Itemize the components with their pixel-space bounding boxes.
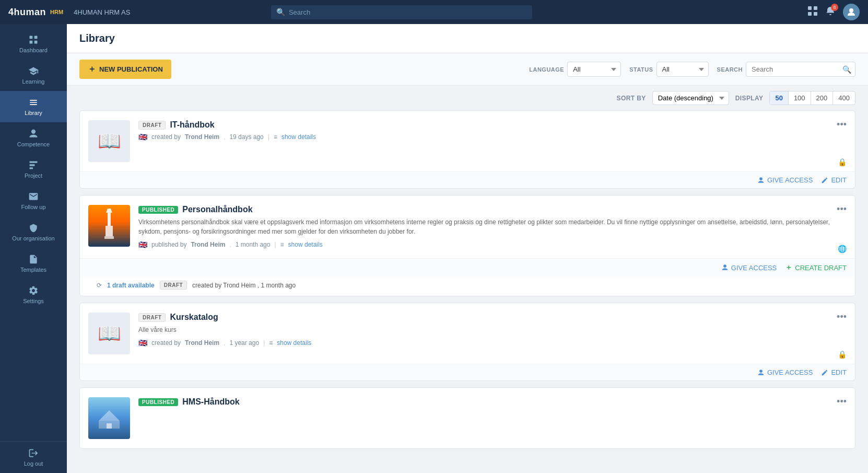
sidebar-item-templates-label: Templates xyxy=(20,267,46,273)
sidebar-item-library-label: Library xyxy=(25,110,42,116)
sort-label: SORT BY xyxy=(617,95,646,102)
display-option-100[interactable]: 100 xyxy=(789,91,811,105)
display-option-400[interactable]: 400 xyxy=(833,91,855,105)
pub-card-main: 📖 DRAFT Kurskatalog Alle våre kurs 🇬🇧 cr… xyxy=(80,303,855,364)
sidebar-item-learning-label: Learning xyxy=(22,78,45,85)
sidebar-item-learning[interactable]: Learning xyxy=(0,60,67,91)
page-title: Library xyxy=(79,32,115,44)
hms-svg xyxy=(96,405,122,431)
new-publication-button[interactable]: ＋ NEW PUBLICATION xyxy=(79,60,171,79)
more-options-icon[interactable]: ••• xyxy=(837,312,847,322)
sort-select-wrap: Date (descending) Date (ascending) Title… xyxy=(652,91,729,105)
main-content: Library ＋ NEW PUBLICATION LANGUAGE All N… xyxy=(67,24,868,473)
pub-title: Kurskatalog xyxy=(170,313,218,322)
show-details-link[interactable]: show details xyxy=(277,339,311,347)
edit-button[interactable]: EDIT xyxy=(821,368,847,376)
sidebar-item-organisation-label: Our organisation xyxy=(12,235,54,241)
flag-icon: 🇬🇧 xyxy=(138,339,147,347)
publications-list: 📖 DRAFT IT-håndbok 🇬🇧 created by Trond H… xyxy=(67,110,868,468)
sort-select[interactable]: Date (descending) Date (ascending) Title… xyxy=(652,91,729,105)
meta-action: created by xyxy=(151,339,181,347)
pub-description: Alle våre kurs xyxy=(138,325,847,334)
edit-label: EDIT xyxy=(831,368,847,376)
more-options-icon[interactable]: ••• xyxy=(837,396,847,407)
global-search[interactable]: 🔍 xyxy=(271,5,532,19)
pub-info: DRAFT Kurskatalog Alle våre kurs 🇬🇧 crea… xyxy=(138,313,847,347)
sidebar-item-follow-up[interactable]: Follow up xyxy=(0,185,67,216)
pub-thumbnail xyxy=(88,205,130,247)
svg-rect-14 xyxy=(105,226,113,236)
pub-info: DRAFT IT-håndbok 🇬🇧 created by Trond Hei… xyxy=(138,120,847,141)
search-icon: 🔍 xyxy=(276,8,285,16)
sidebar: Dashboard Learning Library Competence Pr… xyxy=(0,24,67,473)
sidebar-item-competence-label: Competence xyxy=(17,141,50,147)
status-select[interactable]: All Published Draft xyxy=(656,62,709,77)
global-search-input[interactable] xyxy=(271,5,532,19)
svg-rect-5 xyxy=(30,36,33,39)
meta-time: 1 year ago xyxy=(229,339,259,347)
show-details-link[interactable]: show details xyxy=(288,241,323,248)
show-details-link[interactable]: show details xyxy=(281,133,316,141)
search-label: SEARCH xyxy=(717,66,743,73)
lighthouse-image xyxy=(88,205,130,247)
lighthouse-svg xyxy=(96,207,122,244)
meta-sep-icon: ≡ xyxy=(274,133,277,141)
flag-icon: 🇬🇧 xyxy=(138,133,147,141)
company-name: 4HUMAN HRM AS xyxy=(74,8,130,16)
more-options-icon[interactable]: ••• xyxy=(837,119,847,130)
svg-rect-3 xyxy=(814,12,817,16)
meta-action: created by xyxy=(151,133,181,141)
hms-image xyxy=(88,397,130,439)
followup-icon xyxy=(28,191,39,202)
give-access-button[interactable]: GIVE ACCESS xyxy=(757,176,813,184)
create-draft-button[interactable]: ＋ CREATE DRAFT xyxy=(785,263,847,272)
user-avatar[interactable] xyxy=(843,4,860,20)
meta-sep-icon: ≡ xyxy=(269,339,273,347)
grid-icon[interactable] xyxy=(807,6,818,19)
logo: 4human HRM xyxy=(8,7,63,18)
edit-button[interactable]: EDIT xyxy=(821,176,847,184)
pub-card-main: 📖 DRAFT IT-håndbok 🇬🇧 created by Trond H… xyxy=(80,111,855,171)
plus-icon: ＋ xyxy=(88,64,96,75)
sidebar-item-templates[interactable]: Templates xyxy=(0,248,67,279)
sidebar-item-competence[interactable]: Competence xyxy=(0,122,67,154)
svg-rect-7 xyxy=(30,41,33,44)
give-access-button[interactable]: GIVE ACCESS xyxy=(721,264,777,272)
display-options: 50 100 200 400 xyxy=(769,91,855,105)
search-input[interactable] xyxy=(746,62,855,77)
more-options-icon[interactable]: ••• xyxy=(837,204,847,215)
settings-icon xyxy=(28,285,39,296)
language-filter-group: LANGUAGE All Norwegian English xyxy=(529,62,621,77)
svg-rect-18 xyxy=(107,423,112,429)
display-option-50[interactable]: 50 xyxy=(770,91,788,105)
status-badge-published: PUBLISHED xyxy=(138,206,178,214)
svg-rect-9 xyxy=(30,161,38,163)
give-access-label: GIVE ACCESS xyxy=(731,264,777,272)
edit-icon xyxy=(821,369,828,376)
notification-icon[interactable]: 8 xyxy=(825,6,836,19)
give-access-icon xyxy=(757,177,765,184)
sidebar-item-library[interactable]: Library xyxy=(0,91,67,122)
lock-icon: 🔒 xyxy=(838,158,847,166)
toolbar: ＋ NEW PUBLICATION LANGUAGE All Norwegian… xyxy=(67,53,868,86)
display-option-200[interactable]: 200 xyxy=(811,91,834,105)
pub-title-row: DRAFT Kurskatalog xyxy=(138,313,847,322)
meta-author: Trond Heim xyxy=(185,133,219,141)
sidebar-item-organisation[interactable]: Our organisation xyxy=(0,216,67,248)
search-filter-wrap: 🔍 xyxy=(746,62,855,77)
filter-group: LANGUAGE All Norwegian English STATUS Al… xyxy=(529,62,855,77)
edit-icon xyxy=(821,177,828,184)
sidebar-item-project[interactable]: Project xyxy=(0,154,67,185)
draft-count: 1 draft available xyxy=(107,282,155,289)
language-select[interactable]: All Norwegian English xyxy=(567,62,621,77)
sidebar-item-dashboard[interactable]: Dashboard xyxy=(0,28,67,60)
logout-icon xyxy=(28,448,39,458)
status-filter-group: STATUS All Published Draft xyxy=(629,62,708,77)
search-filter-icon: 🔍 xyxy=(842,65,851,74)
sidebar-item-settings[interactable]: Settings xyxy=(0,279,67,310)
svg-rect-8 xyxy=(34,41,38,44)
meta-action: published by xyxy=(151,241,186,248)
give-access-button[interactable]: GIVE ACCESS xyxy=(757,368,813,376)
sidebar-item-logout[interactable]: Log out xyxy=(0,442,67,473)
publication-card: PUBLISHED Personalhåndbok Virksomhetens … xyxy=(79,195,855,296)
